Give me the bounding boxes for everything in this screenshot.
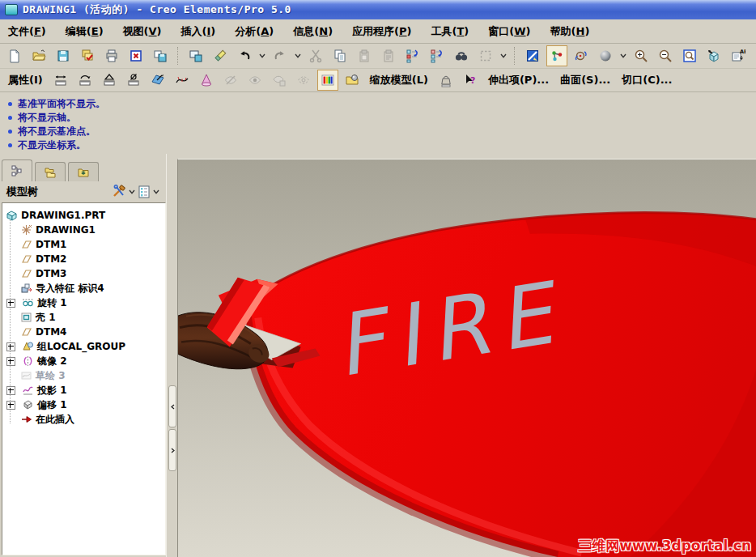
analysis-curve-button[interactable] [172, 70, 193, 91]
tab-favorites[interactable] [68, 162, 99, 181]
save-button[interactable] [53, 45, 74, 66]
protrusion-button[interactable]: 伸出项(P)... [484, 73, 553, 87]
surface-button[interactable]: 曲面(S)... [556, 73, 614, 87]
tree-settings-icon[interactable] [138, 185, 151, 199]
datum-display-button[interactable] [546, 45, 567, 66]
save-display-button[interactable] [185, 45, 206, 66]
shaded-view-button[interactable] [595, 45, 616, 66]
paste-button[interactable] [354, 45, 375, 66]
tree-item-import[interactable]: 导入特征 标识4 [4, 281, 165, 296]
menu-item-file[interactable]: 文件(F) [8, 24, 46, 39]
cut-button[interactable] [305, 45, 326, 66]
eye-dashed-icon [296, 73, 311, 87]
open-file-button[interactable] [28, 45, 49, 66]
regenerate-icon [406, 49, 420, 63]
layers-button[interactable] [752, 45, 756, 66]
panel-splitter[interactable] [166, 154, 177, 557]
menu-item-edit[interactable]: 编辑(E) [66, 24, 104, 39]
refit-button[interactable] [679, 45, 700, 66]
shaded-view-menu-button[interactable] [619, 46, 627, 66]
find-button[interactable] [451, 45, 472, 66]
display-filter-button[interactable] [522, 45, 543, 66]
attributes-button[interactable]: 属性(I) [4, 73, 47, 87]
menu-item-tools[interactable]: 工具(T) [431, 24, 469, 39]
curve-analysis-icon [175, 73, 189, 87]
erase-display-button[interactable] [125, 45, 147, 66]
save-status-button[interactable] [269, 70, 290, 91]
clipboard-special-icon [381, 49, 396, 63]
saved-views-button[interactable]: AB [728, 45, 749, 66]
new-file-button[interactable] [4, 45, 25, 66]
measure-distance-button[interactable] [50, 70, 71, 91]
expand-panel-button[interactable] [168, 429, 176, 471]
menu-item-window[interactable]: 窗口(W) [488, 24, 530, 39]
tree-item-sketch[interactable]: 草绘 3 [4, 368, 165, 383]
model-info-button[interactable] [435, 70, 457, 91]
zoom-in-button[interactable] [631, 45, 652, 66]
measure-diameter-button[interactable] [123, 70, 144, 91]
regenerate-manager-button[interactable] [427, 45, 448, 66]
tree-item-part[interactable]: DRAWING1.PRT [4, 208, 165, 223]
zoom-model-button[interactable]: 缩放模型(L) [366, 73, 432, 87]
zoom-out-button[interactable] [655, 45, 676, 66]
undo-menu-button[interactable] [258, 46, 266, 66]
menu-item-view[interactable]: 视图(V) [123, 24, 162, 39]
expand-icon[interactable] [6, 401, 15, 410]
menu-item-analysis[interactable]: 分析(A) [235, 24, 274, 39]
tab-folder-browser[interactable] [35, 162, 66, 181]
analysis-surface-button[interactable] [147, 70, 168, 91]
menu-item-insert[interactable]: 插入(I) [181, 24, 216, 39]
cutout-button[interactable]: 切口(C)... [618, 73, 676, 87]
analysis-volume-button[interactable] [196, 70, 217, 91]
redo-menu-button[interactable] [294, 46, 302, 66]
regenerate-button[interactable] [402, 45, 423, 66]
expand-icon[interactable] [6, 342, 15, 351]
tree-item-mirror[interactable]: 镜像 2 [4, 354, 165, 368]
redo-button[interactable] [270, 45, 291, 66]
tree-item-dtm2[interactable]: DTM2 [4, 252, 165, 266]
erase-button[interactable] [210, 45, 231, 66]
copy-button[interactable] [329, 45, 350, 66]
expand-icon[interactable] [6, 386, 15, 395]
select-box-button[interactable] [475, 45, 496, 66]
expand-icon[interactable] [6, 299, 15, 308]
datum-plane-icon [20, 239, 32, 250]
tree-item-dtm4[interactable]: DTM4 [4, 325, 165, 339]
tree-item-insert-here[interactable]: 在此插入 [4, 412, 165, 427]
undo-button[interactable] [234, 45, 255, 66]
tree-item-shell[interactable]: 壳 1 [4, 310, 165, 325]
paste-special-button[interactable] [378, 45, 399, 66]
collapse-panel-button[interactable] [168, 385, 176, 427]
measure-arc-button[interactable] [74, 70, 96, 91]
tree-item-offset[interactable]: 偏移 1 [4, 398, 165, 412]
appearance-manager-button[interactable] [342, 70, 363, 91]
measure-angle-button[interactable] [99, 70, 120, 91]
3d-viewport[interactable]: FIRE [177, 159, 756, 557]
reorient-button[interactable] [703, 45, 724, 66]
expand-icon[interactable] [6, 357, 15, 366]
tree-item-group[interactable]: 组LOCAL_GROUP [4, 339, 165, 354]
appearance-gallery-button[interactable] [317, 70, 338, 91]
save-copy-button[interactable] [77, 45, 98, 66]
tree-item-dtm1[interactable]: DTM1 [4, 237, 165, 252]
spin-center-button[interactable] [571, 45, 592, 66]
print-button[interactable] [101, 45, 122, 66]
menu-item-info[interactable]: 信息(N) [293, 24, 333, 39]
context-help-button[interactable]: ? [460, 70, 481, 91]
tree-settings-menu-icon[interactable] [153, 189, 159, 194]
svg-text:AB: AB [740, 49, 745, 55]
tree-tools-icon[interactable] [112, 185, 126, 199]
backup-button[interactable] [150, 45, 171, 66]
menu-item-applications[interactable]: 应用程序(P) [352, 24, 411, 39]
tree-item-revolve[interactable]: 旋转 1 [4, 296, 165, 310]
hide-item-button[interactable] [220, 70, 241, 91]
tab-model-tree[interactable] [2, 159, 32, 181]
tree-item-dtm3[interactable]: DTM3 [4, 266, 165, 281]
show-item-button[interactable] [244, 70, 265, 91]
display-status-button[interactable] [293, 70, 314, 91]
menu-item-help[interactable]: 帮助(H) [550, 24, 590, 39]
select-box-menu-button[interactable] [499, 46, 508, 66]
tree-item-projection[interactable]: 投影 1 [4, 383, 165, 398]
tree-item-csys[interactable]: DRAWING1 [4, 223, 165, 237]
tree-tools-menu-icon[interactable] [129, 189, 135, 194]
